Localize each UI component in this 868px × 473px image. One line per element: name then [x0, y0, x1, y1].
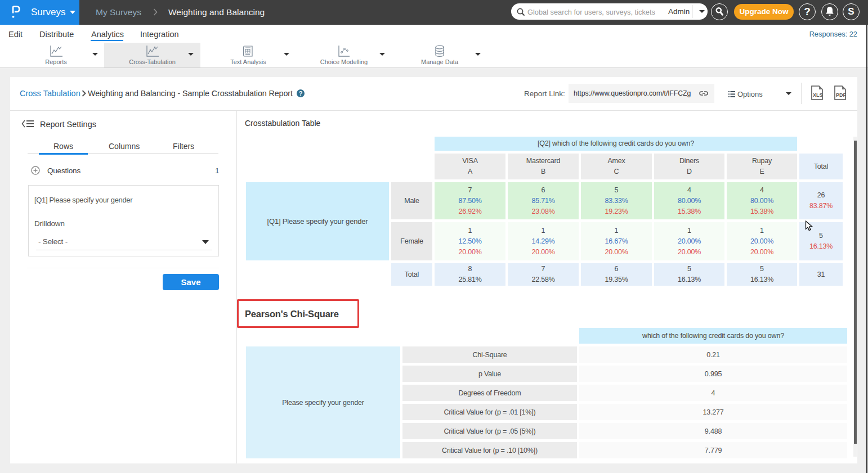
svg-text:PDF: PDF — [836, 92, 847, 98]
svg-text:XLS: XLS — [813, 92, 823, 98]
